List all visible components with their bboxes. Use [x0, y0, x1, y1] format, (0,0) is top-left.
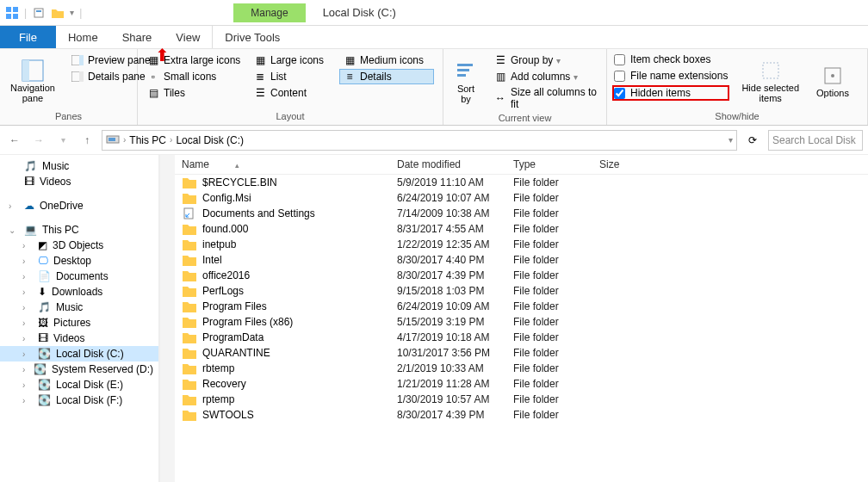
address-bar[interactable]: › This PC › Local Disk (C:) ▾: [102, 130, 737, 151]
nav-downloads[interactable]: ›⬇Downloads: [0, 284, 158, 300]
table-row[interactable]: Recovery1/21/2019 11:28 AMFile folder: [175, 376, 868, 392]
expand-icon[interactable]: ›: [22, 349, 33, 359]
sort-by-button[interactable]: Sort by: [449, 53, 483, 111]
nav-videos[interactable]: 🎞Videos: [0, 174, 158, 189]
folder-icon[interactable]: [51, 6, 65, 20]
expand-icon[interactable]: ›: [22, 396, 33, 405]
nav-desktop[interactable]: ›🖵Desktop: [0, 253, 158, 269]
nav-documents[interactable]: ›📄Documents: [0, 269, 158, 284]
row-type: File folder: [513, 285, 599, 297]
table-row[interactable]: rbtemp2/1/2019 10:33 AMFile folder: [175, 361, 868, 376]
sort-asc-icon: ▴: [235, 161, 239, 170]
hidden-items-toggle[interactable]: Hidden items: [612, 85, 729, 101]
table-row[interactable]: Intel8/30/2017 4:40 PMFile folder: [175, 252, 868, 268]
refresh-button[interactable]: ⟳: [742, 131, 763, 150]
table-row[interactable]: Config.Msi6/24/2019 10:07 AMFile folder: [175, 190, 868, 206]
navigation-pane[interactable]: 🎵Music 🎞Videos ›☁OneDrive ⌄💻This PC ›◩3D…: [0, 155, 159, 482]
table-row[interactable]: Program Files (x86)5/15/2019 3:19 PMFile…: [175, 314, 868, 330]
collapse-icon[interactable]: ⌄: [9, 226, 19, 235]
small-icons-button[interactable]: ▫Small icons: [143, 69, 246, 84]
columns-header[interactable]: Name▴ Date modified Type Size: [175, 155, 868, 175]
table-row[interactable]: ProgramData4/17/2019 10:18 AMFile folder: [175, 330, 868, 345]
expand-icon[interactable]: ›: [22, 303, 33, 312]
content-button[interactable]: ☰Content: [250, 85, 336, 101]
chevron-right-icon[interactable]: ›: [123, 135, 126, 145]
table-row[interactable]: office20168/30/2017 4:39 PMFile folder: [175, 268, 868, 283]
medium-icons-button[interactable]: ▦Medium icons: [339, 53, 434, 68]
item-check-boxes-checkbox[interactable]: [614, 54, 625, 65]
expand-icon[interactable]: ›: [9, 201, 19, 211]
chevron-right-icon[interactable]: ›: [170, 135, 172, 145]
nav-system-reserved[interactable]: ›💽System Reserved (D:): [0, 362, 158, 377]
details-view-button[interactable]: ≡Details: [339, 69, 434, 84]
tab-view[interactable]: View: [164, 26, 212, 48]
column-size[interactable]: Size: [599, 158, 668, 170]
table-row[interactable]: Documents and Settings7/14/2009 10:38 AM…: [175, 206, 868, 221]
expand-icon[interactable]: ›: [22, 318, 33, 328]
row-type: File folder: [513, 300, 599, 312]
table-row[interactable]: $RECYCLE.BIN5/9/2019 11:10 AMFile folder: [175, 175, 868, 190]
column-name[interactable]: Name▴: [182, 158, 397, 170]
extra-large-icons-button[interactable]: ▦Extra large icons: [143, 53, 246, 68]
nav-thispc[interactable]: ⌄💻This PC: [0, 222, 158, 238]
file-list[interactable]: Name▴ Date modified Type Size $RECYCLE.B…: [175, 155, 868, 482]
nav-pictures[interactable]: ›🖼Pictures: [0, 315, 158, 331]
table-row[interactable]: inetpub1/22/2019 12:35 AMFile folder: [175, 237, 868, 252]
nav-local-disk-f[interactable]: ›💽Local Disk (F:): [0, 392, 158, 408]
table-row[interactable]: Program Files6/24/2019 10:09 AMFile fold…: [175, 299, 868, 314]
nav-pane-icon: [21, 59, 45, 83]
breadcrumb-localc[interactable]: Local Disk (C:): [176, 134, 244, 146]
size-all-columns-button[interactable]: ↔Size all columns to fit: [490, 85, 602, 111]
search-input[interactable]: Search Local Disk: [768, 130, 863, 151]
nav-onedrive[interactable]: ›☁OneDrive: [0, 198, 158, 213]
tab-home[interactable]: Home: [56, 26, 110, 48]
expand-icon[interactable]: ›: [22, 334, 33, 343]
table-row[interactable]: PerfLogs9/15/2018 1:03 PMFile folder: [175, 283, 868, 299]
tiles-button[interactable]: ▤Tiles: [143, 85, 246, 101]
nav-music2[interactable]: ›🎵Music: [0, 300, 158, 315]
file-name-extensions-toggle[interactable]: File name extensions: [612, 69, 729, 83]
address-dropdown-icon[interactable]: ▾: [728, 135, 733, 145]
tab-file[interactable]: File: [0, 26, 56, 48]
expand-icon[interactable]: ›: [22, 241, 33, 250]
options-button[interactable]: Options: [811, 53, 854, 109]
qat-dropdown-icon[interactable]: ▾: [70, 8, 74, 17]
list-button[interactable]: ≣List: [250, 69, 336, 84]
expand-icon[interactable]: ›: [22, 272, 33, 281]
nav-music[interactable]: 🎵Music: [0, 158, 158, 174]
table-row[interactable]: rptemp1/30/2019 10:57 AMFile folder: [175, 392, 868, 407]
tab-drive-tools[interactable]: Drive Tools: [213, 26, 292, 48]
back-button[interactable]: ←: [5, 131, 24, 150]
add-columns-button[interactable]: ▥Add columns▾: [490, 69, 602, 84]
tab-share[interactable]: Share: [110, 26, 164, 48]
properties-icon[interactable]: [32, 6, 46, 20]
table-row[interactable]: found.0008/31/2017 4:55 AMFile folder: [175, 221, 868, 237]
manage-tab[interactable]: Manage: [233, 3, 305, 22]
large-icons-button[interactable]: ▦Large icons: [250, 53, 336, 68]
item-check-boxes-toggle[interactable]: Item check boxes: [612, 53, 729, 66]
expand-icon[interactable]: ›: [22, 380, 33, 390]
breadcrumb-thispc[interactable]: This PC: [129, 134, 166, 146]
nav-local-disk-e[interactable]: ›💽Local Disk (E:): [0, 377, 158, 392]
recent-dropdown-icon[interactable]: ▾: [53, 131, 72, 150]
nav-3d-objects[interactable]: ›◩3D Objects: [0, 238, 158, 253]
hide-selected-button[interactable]: Hide selected items: [736, 53, 804, 109]
expand-icon[interactable]: ›: [22, 256, 33, 266]
column-type[interactable]: Type: [513, 158, 599, 170]
table-row[interactable]: QUARANTINE10/31/2017 3:56 PMFile folder: [175, 345, 868, 361]
forward-button[interactable]: →: [29, 131, 48, 150]
nav-local-disk-c[interactable]: ›💽Local Disk (C:): [0, 346, 158, 362]
navigation-pane-button[interactable]: Navigation pane: [5, 53, 60, 109]
expand-icon[interactable]: ›: [22, 365, 28, 374]
group-by-button[interactable]: ☰Group by▾: [490, 53, 602, 68]
svg-rect-2: [6, 14, 11, 19]
column-date[interactable]: Date modified: [397, 158, 513, 170]
row-date: 8/30/2017 4:39 PM: [397, 409, 513, 421]
hidden-items-checkbox[interactable]: [614, 88, 625, 99]
expand-icon[interactable]: ›: [22, 287, 33, 297]
nav-scrollbar[interactable]: [159, 155, 175, 482]
nav-videos2[interactable]: ›🎞Videos: [0, 331, 158, 346]
up-button[interactable]: ↑: [78, 131, 96, 150]
file-name-extensions-checkbox[interactable]: [614, 71, 625, 82]
table-row[interactable]: SWTOOLS8/30/2017 4:39 PMFile folder: [175, 407, 868, 423]
